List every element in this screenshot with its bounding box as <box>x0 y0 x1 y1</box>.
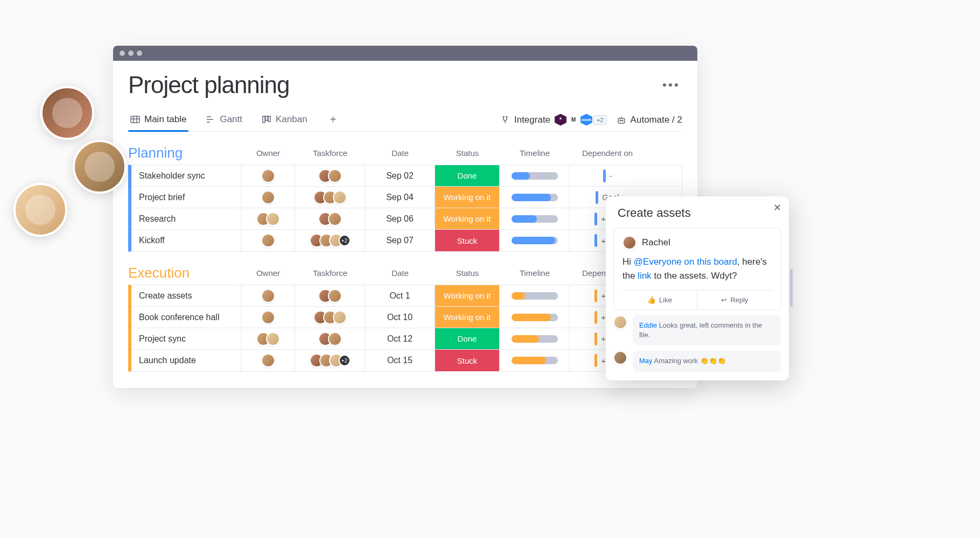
item-name-cell[interactable]: Launch update <box>131 350 241 371</box>
status-cell[interactable]: Working on it <box>435 208 500 229</box>
tab-gantt[interactable]: Gantt <box>204 109 244 131</box>
avatar-more-badge: +2 <box>339 235 351 246</box>
status-cell[interactable]: Working on it <box>435 285 500 306</box>
timeline-cell[interactable] <box>500 165 570 186</box>
close-button[interactable]: ✕ <box>773 202 781 214</box>
owner-cell[interactable] <box>241 208 295 229</box>
owner-cell[interactable] <box>241 307 295 328</box>
reply-text: Looks great, left comments in the file. <box>639 321 762 339</box>
more-integrations-badge: +2 <box>593 115 607 125</box>
taskforce-cell[interactable] <box>295 285 365 306</box>
table-icon <box>130 115 140 124</box>
timeline-cell[interactable] <box>500 208 570 229</box>
taskforce-cell[interactable] <box>295 208 365 229</box>
owner-cell[interactable] <box>241 165 295 186</box>
automate-label: Automate / 2 <box>631 115 682 125</box>
integrate-button[interactable]: Integrate * M zoom +2 <box>500 114 607 126</box>
owner-cell[interactable] <box>241 328 295 349</box>
taskforce-cell[interactable] <box>295 307 365 328</box>
timeline-cell[interactable] <box>500 307 570 328</box>
group-title[interactable]: Execution <box>128 265 241 281</box>
add-view-button[interactable]: + <box>325 108 342 131</box>
svg-rect-9 <box>268 116 270 122</box>
taskforce-cell[interactable] <box>295 165 365 186</box>
timeline-cell[interactable] <box>500 187 570 208</box>
avatar <box>261 310 275 324</box>
more-button[interactable] <box>659 79 682 91</box>
item-name-cell[interactable]: Kickoff <box>131 230 241 251</box>
window-control-dot[interactable] <box>128 51 134 56</box>
dependency-cell[interactable]: - <box>570 165 645 186</box>
reply-icon: ↩ <box>721 296 727 304</box>
reply-avatar <box>613 351 627 365</box>
status-cell[interactable]: Stuck <box>435 230 500 251</box>
integration-icons: * M zoom +2 <box>555 114 607 126</box>
timeline-cell[interactable] <box>500 328 570 349</box>
reply-button[interactable]: ↩ Reply <box>697 291 772 309</box>
reply-author[interactable]: Eddie <box>639 321 657 329</box>
item-name-cell[interactable]: Create assets <box>131 285 241 306</box>
timeline-cell[interactable] <box>500 230 570 251</box>
table-row[interactable]: Project syncOct 12Done+Add <box>131 328 682 350</box>
window-control-dot[interactable] <box>120 51 125 56</box>
timeline-cell[interactable] <box>500 350 570 371</box>
table-row[interactable]: Launch update+2Oct 15Stuck+Add <box>131 350 682 371</box>
taskforce-cell[interactable] <box>295 187 365 208</box>
like-button[interactable]: 👍 Like <box>622 291 697 309</box>
link[interactable]: link <box>638 271 652 281</box>
comment-panel: ✕ Create assets Rachel Hi @Everyone on t… <box>606 196 789 380</box>
reply-author[interactable]: May <box>639 357 653 365</box>
tab-kanban[interactable]: Kanban <box>260 109 310 131</box>
comment-avatar <box>622 236 636 250</box>
board-title: Project planning <box>128 72 290 98</box>
status-cell[interactable]: Done <box>435 328 500 349</box>
taskforce-cell[interactable] <box>295 328 365 349</box>
table-row[interactable]: Book conference hallOct 10Working on it+… <box>131 307 682 328</box>
group-title[interactable]: Planning <box>128 145 241 161</box>
table-row[interactable]: Kickoff+2Sep 07Stuck+Add <box>131 230 682 251</box>
zoom-icon: zoom <box>580 114 592 126</box>
status-cell[interactable]: Working on it <box>435 307 500 328</box>
table-row[interactable]: Create assetsOct 1Working on it+Add <box>131 285 682 307</box>
taskforce-cell[interactable]: +2 <box>295 350 365 371</box>
date-cell[interactable]: Sep 04 <box>365 187 435 208</box>
item-name-cell[interactable]: Stakeholder sync <box>131 165 241 186</box>
owner-cell[interactable] <box>241 285 295 306</box>
status-cell[interactable]: Done <box>435 165 500 186</box>
date-cell[interactable]: Oct 12 <box>365 328 435 349</box>
date-cell[interactable]: Oct 15 <box>365 350 435 371</box>
reply-text: Amazing work 👏👏👏 <box>653 357 726 365</box>
slack-icon: * <box>555 114 566 126</box>
date-cell[interactable]: Sep 07 <box>365 230 435 251</box>
status-cell[interactable]: Stuck <box>435 350 500 371</box>
tab-main-table[interactable]: Main table <box>128 109 188 131</box>
scrollbar-thumb[interactable] <box>790 269 793 307</box>
svg-rect-8 <box>265 116 268 121</box>
table-row[interactable]: ResearchSep 06Working on it+Add <box>131 208 682 230</box>
owner-cell[interactable] <box>241 350 295 371</box>
date-cell[interactable]: Oct 1 <box>365 285 435 306</box>
floating-avatar <box>73 140 127 194</box>
table-row[interactable]: Stakeholder syncSep 02Done- <box>131 165 682 187</box>
table-row[interactable]: Project briefSep 04Working on itGoal <box>131 187 682 208</box>
owner-cell[interactable] <box>241 230 295 251</box>
automate-button[interactable]: Automate / 2 <box>617 115 682 125</box>
date-cell[interactable]: Oct 10 <box>365 307 435 328</box>
owner-cell[interactable] <box>241 187 295 208</box>
date-cell[interactable]: Sep 06 <box>365 208 435 229</box>
column-header: Date <box>365 148 435 158</box>
window-control-dot[interactable] <box>137 51 142 56</box>
date-cell[interactable]: Sep 02 <box>365 165 435 186</box>
svg-point-12 <box>622 120 623 121</box>
item-name-cell[interactable]: Book conference hall <box>131 307 241 328</box>
item-name-cell[interactable]: Project sync <box>131 328 241 349</box>
column-header: Timeline <box>500 268 570 278</box>
item-name-cell[interactable]: Project brief <box>131 187 241 208</box>
window-titlebar <box>113 46 697 61</box>
column-header: Timeline <box>500 148 570 158</box>
status-cell[interactable]: Working on it <box>435 187 500 208</box>
timeline-cell[interactable] <box>500 285 570 306</box>
item-name-cell[interactable]: Research <box>131 208 241 229</box>
taskforce-cell[interactable]: +2 <box>295 230 365 251</box>
mention[interactable]: @Everyone on this board <box>634 257 737 267</box>
